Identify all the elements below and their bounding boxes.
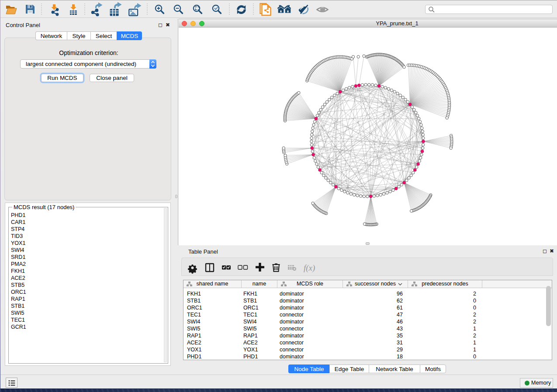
svg-text:f(x): f(x)	[304, 263, 315, 273]
